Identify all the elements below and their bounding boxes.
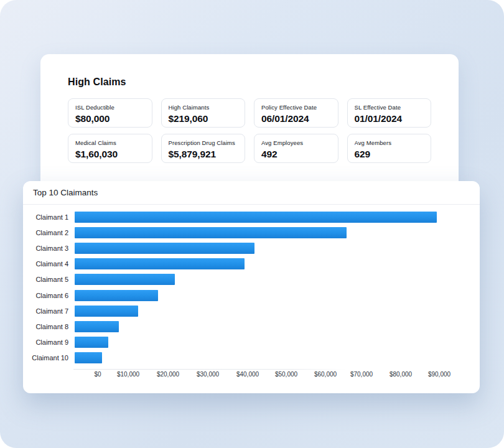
stat-card: ISL Deductible$80,000 <box>68 98 152 128</box>
claimant-bar[interactable] <box>75 352 102 363</box>
stat-grid: ISL Deductible$80,000High Claimants$219,… <box>68 98 431 163</box>
top-claimants-chart-card: Top 10 Claimants Claimant 1Claimant 2Cla… <box>23 181 480 393</box>
claimant-bar[interactable] <box>75 321 119 332</box>
stat-label: High Claimants <box>169 104 238 111</box>
stat-value: 492 <box>261 149 331 160</box>
stat-card: Policy Effective Date06/01/2024 <box>254 98 338 128</box>
bar-track <box>75 212 480 223</box>
claimant-label: Claimant 1 <box>23 213 75 221</box>
x-axis-tick-label: $70,000 <box>350 371 373 378</box>
stat-label: ISL Deductible <box>75 104 145 111</box>
x-axis-tick-label: $20,000 <box>157 371 179 378</box>
bar-row: Claimant 3 <box>23 240 480 256</box>
bar-row: Claimant 4 <box>23 256 480 272</box>
bar-row: Claimant 2 <box>23 225 480 240</box>
claimant-label: Claimant 10 <box>23 354 75 362</box>
bar-track <box>75 352 480 363</box>
bar-track <box>75 274 480 285</box>
stat-label: Avg Members <box>355 139 424 146</box>
claimant-bar[interactable] <box>75 258 245 269</box>
x-axis-tick-label: $40,000 <box>236 371 259 378</box>
stat-label: Avg Employees <box>261 139 331 146</box>
bar-row: Claimant 1 <box>23 209 480 225</box>
stat-value: 06/01/2024 <box>261 113 331 124</box>
claimant-bar[interactable] <box>75 290 158 301</box>
bar-track <box>75 227 480 238</box>
bar-row: Claimant 6 <box>23 287 480 303</box>
stat-card: Avg Members629 <box>347 134 432 163</box>
claimant-bar[interactable] <box>75 306 138 317</box>
chart-title: Top 10 Claimants <box>33 188 98 197</box>
claimant-label: Claimant 4 <box>23 260 75 268</box>
stat-card: SL Effective Date01/01/2024 <box>347 98 432 128</box>
claimant-label: Claimant 9 <box>23 338 75 346</box>
stat-card: Prescription Drug Claims$5,879,921 <box>161 134 246 163</box>
x-axis-tick-label: $90,000 <box>428 371 450 378</box>
bar-row: Claimant 10 <box>23 350 480 366</box>
claimant-label: Claimant 6 <box>23 292 75 299</box>
claimant-bar[interactable] <box>75 243 254 254</box>
high-claims-card: High Claims ISL Deductible$80,000High Cl… <box>40 54 459 192</box>
claimant-bar[interactable] <box>75 274 175 285</box>
bar-row: Claimant 7 <box>23 303 480 319</box>
claimant-label: Claimant 7 <box>23 307 75 315</box>
x-axis-tick-label: $60,000 <box>314 371 337 378</box>
claimant-label: Claimant 3 <box>23 245 75 252</box>
x-axis-line <box>73 369 347 370</box>
bar-track <box>75 243 480 254</box>
chart-header: Top 10 Claimants <box>23 181 480 205</box>
bar-row: Claimant 9 <box>23 335 480 350</box>
stat-value: 629 <box>355 149 424 160</box>
stat-label: Policy Effective Date <box>261 104 331 111</box>
high-claims-title: High Claims <box>68 77 431 88</box>
claimant-label: Claimant 8 <box>23 323 75 330</box>
bar-track <box>75 306 480 317</box>
stat-label: Prescription Drug Claims <box>169 139 238 146</box>
stat-value: $1,60,030 <box>75 149 145 160</box>
bar-track <box>75 337 480 348</box>
claimant-bar[interactable] <box>75 337 108 348</box>
stat-value: $80,000 <box>75 113 145 124</box>
stat-card: Avg Employees492 <box>254 134 338 163</box>
claimant-label: Claimant 5 <box>23 276 75 283</box>
stat-label: SL Effective Date <box>355 104 424 111</box>
stat-card: Medical Claims$1,60,030 <box>68 134 152 163</box>
stat-card: High Claimants$219,060 <box>161 98 246 128</box>
bar-chart-plot: Claimant 1Claimant 2Claimant 3Claimant 4… <box>23 209 480 366</box>
x-axis-tick-label: $0 <box>94 371 101 378</box>
x-axis-tick-label: $30,000 <box>197 371 219 378</box>
bar-row: Claimant 8 <box>23 319 480 334</box>
bar-track <box>75 258 480 269</box>
dashboard-background: High Claims ISL Deductible$80,000High Cl… <box>0 0 504 448</box>
claimant-label: Claimant 2 <box>23 229 75 236</box>
x-axis-tick-label: $50,000 <box>275 371 297 378</box>
stat-value: $219,060 <box>169 113 238 124</box>
bar-track <box>75 290 480 301</box>
stat-label: Medical Claims <box>75 139 145 146</box>
bar-row: Claimant 5 <box>23 272 480 287</box>
claimant-bar[interactable] <box>75 212 437 223</box>
x-axis-tick-label: $80,000 <box>390 371 412 378</box>
bar-track <box>75 321 480 332</box>
claimant-bar[interactable] <box>75 227 347 238</box>
stat-value: $5,879,921 <box>169 149 238 160</box>
stat-value: 01/01/2024 <box>355 113 424 124</box>
x-axis-tick-label: $10,000 <box>117 371 139 378</box>
